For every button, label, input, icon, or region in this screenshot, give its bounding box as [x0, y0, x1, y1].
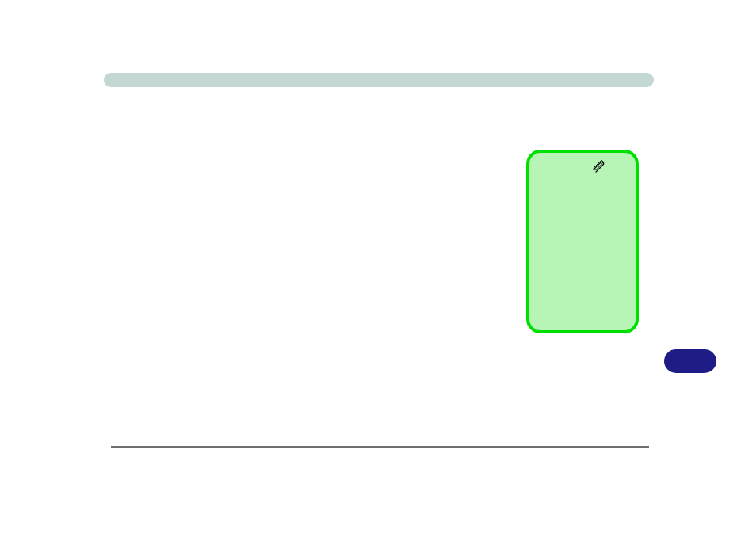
action-button[interactable]: [664, 349, 716, 373]
note-card[interactable]: [526, 150, 639, 333]
top-bar: [104, 73, 654, 87]
pen-icon[interactable]: [593, 160, 605, 173]
divider: [111, 446, 649, 448]
